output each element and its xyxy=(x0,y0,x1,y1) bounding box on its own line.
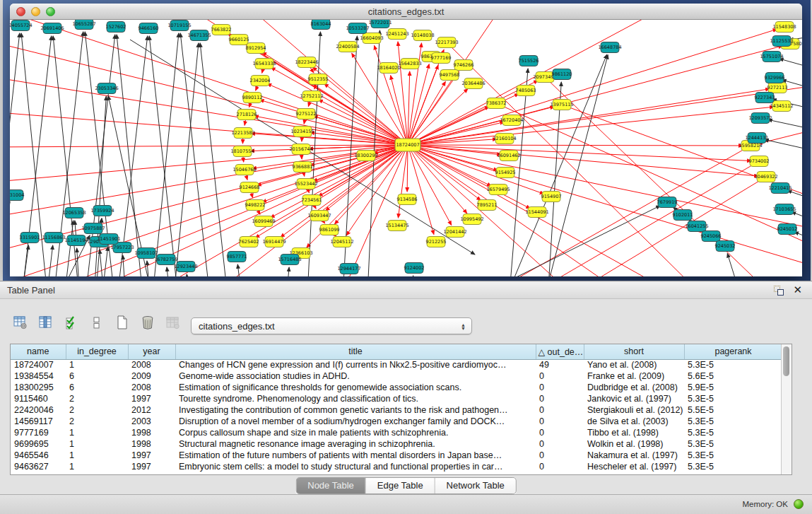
graph-edge[interactable] xyxy=(765,139,802,154)
table-cell[interactable]: 49 xyxy=(536,359,584,370)
graph-edge[interactable] xyxy=(147,261,151,276)
graph-node[interactable]: 9154907 xyxy=(541,192,562,202)
close-panel-icon[interactable]: ✕ xyxy=(793,284,802,296)
table-cell[interactable]: 1 xyxy=(66,461,128,472)
graph-node[interactable]: 12944177 xyxy=(337,264,360,274)
graph-node[interactable]: 15642833 xyxy=(398,59,421,69)
table-cell[interactable]: 5.9E-5 xyxy=(684,382,782,393)
table-cell[interactable]: 1 xyxy=(66,450,128,461)
column-header[interactable]: year xyxy=(128,344,175,359)
graph-node[interactable]: 9331004 xyxy=(10,190,24,201)
graph-edge[interactable] xyxy=(408,145,802,271)
graph-node[interactable]: 9734002 xyxy=(749,156,770,167)
table-cell[interactable]: 2008 xyxy=(128,382,175,393)
graph-node[interactable]: 9746266 xyxy=(454,60,474,71)
graph-node[interactable]: 10148038 xyxy=(411,30,434,41)
graph-node[interactable]: 22400584 xyxy=(336,42,359,52)
graph-node[interactable]: 9212255 xyxy=(426,237,447,247)
graph-node[interactable]: 18223446 xyxy=(295,57,318,68)
table-cell[interactable]: 14569117 xyxy=(11,416,66,427)
table-cell[interactable]: Wolkin et al. (1998) xyxy=(584,438,684,450)
graph-edge[interactable] xyxy=(10,145,408,147)
table-cell[interactable]: 0 xyxy=(536,427,584,438)
graph-node[interactable]: 12210415 xyxy=(768,183,792,194)
table-cell[interactable]: 0 xyxy=(536,450,584,461)
graph-node[interactable]: 12065358 xyxy=(62,208,86,218)
table-cell[interactable]: 0 xyxy=(536,393,584,404)
graph-node[interactable]: 12093572 xyxy=(748,113,772,124)
delete-button[interactable] xyxy=(137,313,158,332)
table-cell[interactable]: Corpus callosum shape and size in male p… xyxy=(175,427,536,438)
table-cell[interactable]: 9465546 xyxy=(11,450,66,461)
graph-node[interactable]: 10655287 xyxy=(72,20,95,30)
graph-node[interactable]: 20156744 xyxy=(289,144,312,155)
graph-node[interactable]: 16093447 xyxy=(307,211,331,221)
table-row[interactable]: 911546021997Tourette syndrome. Phenomeno… xyxy=(11,393,782,404)
graph-node[interactable]: 12923448 xyxy=(174,262,197,272)
graph-node[interactable]: 9890112 xyxy=(242,93,263,103)
graph-node[interactable]: 9861099 xyxy=(319,225,340,235)
table-cell[interactable]: de Silva et al. (2003) xyxy=(584,416,684,427)
table-cell[interactable]: 2 xyxy=(66,404,128,416)
graph-edge[interactable] xyxy=(408,145,743,146)
graph-node[interactable]: 9466160 xyxy=(139,23,159,34)
table-cell[interactable]: Tibbo et al. (1998) xyxy=(584,427,684,438)
table-cell[interactable]: Embryonic stem cells: a model to study s… xyxy=(175,461,536,472)
graph-edge[interactable] xyxy=(187,274,191,276)
table-cell[interactable]: Hescheler et al. (1997) xyxy=(584,461,684,472)
table-cell[interactable]: 6 xyxy=(66,382,128,393)
import-table-button[interactable] xyxy=(163,313,184,332)
graph-node[interactable]: 12213583 xyxy=(231,128,254,139)
graph-node[interactable]: 15722011 xyxy=(368,20,392,28)
graph-node[interactable]: 10469322 xyxy=(754,172,777,182)
table-cell[interactable]: Jankovic et al. (1997) xyxy=(584,393,684,404)
table-row[interactable]: 1830029562008Estimation of significance … xyxy=(11,382,782,393)
graph-node[interactable]: 9245032 xyxy=(715,241,736,252)
table-cell[interactable]: 1 xyxy=(66,438,128,450)
table-cell[interactable]: 5.3E-5 xyxy=(684,393,782,404)
column-header[interactable]: pagerank xyxy=(684,344,782,359)
graph-node[interactable]: 7679919 xyxy=(657,197,678,208)
graph-edge[interactable] xyxy=(408,107,774,145)
table-cell[interactable]: 18300295 xyxy=(11,382,66,393)
table-cell[interactable]: 19384554 xyxy=(11,370,66,382)
table-cell[interactable]: 5.6E-5 xyxy=(684,370,782,382)
graph-node[interactable]: 16914479 xyxy=(262,237,286,247)
table-cell[interactable]: 0 xyxy=(536,382,584,393)
graph-edge[interactable] xyxy=(100,250,105,276)
table-cell[interactable]: 9115460 xyxy=(11,393,66,404)
graph-node[interactable]: 8163044 xyxy=(311,20,331,30)
table-scrollbar-thumb[interactable] xyxy=(783,346,789,376)
table-cell[interactable]: 1997 xyxy=(128,450,175,461)
tab-edge-table[interactable]: Edge Table xyxy=(366,478,435,493)
graph-edge[interactable] xyxy=(408,64,429,145)
table-cell[interactable]: 18724007 xyxy=(11,359,66,370)
graph-node[interactable]: 12045112 xyxy=(330,237,353,247)
network-canvas[interactable]: 1872400776638229660125891295416543338234… xyxy=(10,20,802,276)
graph-edge[interactable] xyxy=(10,112,408,145)
graph-node[interactable]: 8912954 xyxy=(246,43,266,54)
table-cell[interactable]: 2012 xyxy=(128,404,175,416)
graph-node[interactable]: 12752112 xyxy=(300,91,323,102)
graph-edge[interactable] xyxy=(407,145,408,192)
table-cell[interactable]: 0 xyxy=(536,416,584,427)
graph-node[interactable]: 16041255 xyxy=(685,221,708,232)
table-cell[interactable]: 1998 xyxy=(128,438,175,450)
select-all-button[interactable] xyxy=(61,313,82,332)
graph-edge[interactable] xyxy=(408,145,589,276)
table-scrollbar[interactable] xyxy=(781,344,792,474)
table-cell[interactable]: Structural magnetic resonance image aver… xyxy=(175,438,536,450)
table-cell[interactable]: 1997 xyxy=(128,461,175,472)
table-cell[interactable]: Franke et al. (2009) xyxy=(584,370,684,382)
graph-edge[interactable] xyxy=(45,245,53,276)
graph-node[interactable]: 7234561 xyxy=(302,195,322,206)
table-row[interactable]: 1938455462009Genome-wide association stu… xyxy=(11,370,782,382)
graph-node[interactable]: 12041442 xyxy=(443,227,466,238)
column-header[interactable]: title xyxy=(175,344,536,359)
graph-node[interactable]: 9154925 xyxy=(495,168,516,178)
graph-node[interactable]: 9124668 xyxy=(240,182,260,193)
table-cell[interactable]: 5.3E-5 xyxy=(684,438,782,450)
graph-edge[interactable] xyxy=(167,267,171,276)
graph-node[interactable]: 10975887 xyxy=(81,223,105,234)
create-new-button[interactable] xyxy=(112,313,133,332)
